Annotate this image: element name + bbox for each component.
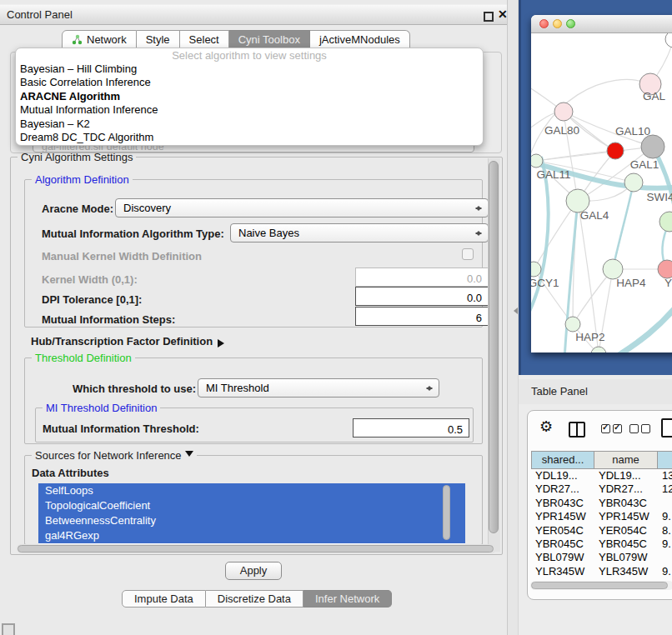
table-row[interactable]: YLR345WYLR345W9. <box>531 565 672 578</box>
mi-type-combobox[interactable]: Naive Bayes <box>230 223 489 242</box>
data-attributes-list[interactable]: SelfLoopsTopologicalCoefficientBetweenne… <box>38 483 465 544</box>
table-hscrollbar-thumb[interactable] <box>531 582 668 589</box>
new-table-icon[interactable] <box>661 418 672 438</box>
gear-icon[interactable]: ⚙ <box>539 419 553 434</box>
aracne-mode-value: Discovery <box>123 202 171 214</box>
table-cell: YDR27... <box>531 482 594 496</box>
network-canvas[interactable]: GALGAL80GAL10GAL11GAL1SWI4GAL4GCY1HAP4YH… <box>531 33 672 352</box>
tab-style[interactable]: Style <box>137 30 180 48</box>
splitter-collapse-icon[interactable] <box>510 308 518 314</box>
node-bottom-green[interactable] <box>591 347 606 352</box>
node-gal11[interactable] <box>531 154 543 168</box>
columns-icon[interactable] <box>569 422 585 438</box>
sources-title[interactable]: Sources for Network Inference <box>32 449 197 462</box>
minimize-traffic-icon[interactable] <box>553 19 562 28</box>
select-all-check-icon[interactable] <box>613 424 622 433</box>
network-window[interactable]: GALGAL80GAL10GAL11GAL1SWI4GAL4GCY1HAP4YH… <box>531 15 672 352</box>
mi-threshold-field[interactable] <box>353 418 469 438</box>
table-row[interactable]: YBL079WYBL079W <box>531 551 672 564</box>
table-row[interactable]: YDR27...YDR27...12 <box>531 482 672 496</box>
algorithm-option-bayesian-k2[interactable]: Bayesian – K2 <box>16 118 483 131</box>
table-row[interactable]: YPR145WYPR145W9. <box>531 510 672 523</box>
attribute-item-topologicalcoefficient[interactable]: TopologicalCoefficient <box>38 498 465 513</box>
panel-tabs: NetworkStyleSelectCyni ToolboxjActiveMNo… <box>62 30 410 48</box>
zoom-traffic-icon[interactable] <box>566 19 575 28</box>
combo-spinner-icon <box>426 382 433 394</box>
settings-hscrollbar-thumb[interactable] <box>18 545 494 552</box>
expand-arrow-icon[interactable] <box>218 339 228 348</box>
algorithm-option-mutual-information-inference[interactable]: Mutual Information Inference <box>16 103 483 117</box>
node-gal10[interactable] <box>641 135 664 158</box>
algorithm-option-basic-correlation-inference[interactable]: Basic Correlation Inference <box>16 76 483 89</box>
deselect-all-icon[interactable] <box>629 424 639 433</box>
screen: Control Panel ✕ NetworkStyleSelectCyni T… <box>0 0 672 635</box>
node-right-green[interactable] <box>659 212 672 232</box>
tab-impute-data[interactable]: Impute Data <box>122 590 206 608</box>
algorithm-dropdown-popup: Select algorithm to view settings Bayesi… <box>15 48 484 146</box>
tab-label: Style <box>146 33 170 46</box>
algorithm-option-aracne-algorithm[interactable]: ARACNE Algorithm <box>16 90 483 103</box>
dropdown-placeholder: Select algorithm to view settings <box>16 48 483 62</box>
network-window-titlebar[interactable] <box>531 15 672 33</box>
node-salmon[interactable] <box>658 260 672 278</box>
tab-cyni-toolbox[interactable]: Cyni Toolbox <box>229 30 310 48</box>
hub-section-label[interactable]: Hub/Transcription Factor Definition <box>31 335 228 348</box>
settings-hscrollbar[interactable] <box>17 544 496 553</box>
attribute-item-gal4rgexp[interactable]: gal4RGexp <box>38 528 465 543</box>
column-header-a[interactable]: A <box>658 451 672 469</box>
node-partial-top[interactable] <box>665 33 672 48</box>
node-label-gal4: GAL4 <box>580 209 609 222</box>
node-red[interactable] <box>607 142 624 159</box>
deselect-all-icon[interactable] <box>641 424 650 433</box>
dpi-tolerance-label: DPI Tolerance [0,1]: <box>42 293 142 306</box>
tab-label: Select <box>189 33 219 46</box>
mi-type-label: Mutual Information Algorithm Type: <box>42 228 224 240</box>
table-header-row: shared...nameA <box>531 451 672 469</box>
aracne-mode-combobox[interactable]: Discovery <box>115 198 489 218</box>
attribute-item-selfloops[interactable]: SelfLoops <box>38 483 465 498</box>
table-row[interactable]: YDL19...YDL19...13 <box>531 469 672 482</box>
panel-splitter[interactable] <box>508 0 519 635</box>
mi-steps-field[interactable] <box>355 307 489 326</box>
dpi-tolerance-field[interactable] <box>355 287 489 306</box>
which-threshold-combobox[interactable]: MI Threshold <box>198 378 439 398</box>
attributes-list-scrollbar[interactable] <box>443 485 450 540</box>
algorithm-option-bayesian-hill-climbing[interactable]: Bayesian – Hill Climbing <box>16 62 483 76</box>
tab-label: Network <box>87 33 127 46</box>
panel-title: Control Panel <box>7 8 73 21</box>
attribute-item-betweennesscentrality[interactable]: BetweennessCentrality <box>38 513 465 528</box>
network-icon <box>72 34 83 45</box>
panel-grip-icon[interactable] <box>2 623 15 635</box>
algorithm-list: Bayesian – Hill ClimbingBasic Correlatio… <box>16 62 483 144</box>
tab-select[interactable]: Select <box>180 30 229 48</box>
manual-kernel-checkbox[interactable] <box>462 248 474 260</box>
tab-infer-network[interactable]: Infer Network <box>303 590 392 608</box>
tab-discretize-data[interactable]: Discretize Data <box>206 590 303 608</box>
algorithm-option-dream8-dc-tdc-algorithm[interactable]: Dream8 DC_TDC Algorithm <box>16 131 483 144</box>
column-header-name[interactable]: name <box>594 451 658 469</box>
table-hscrollbar[interactable] <box>530 581 672 590</box>
table-row[interactable]: YBR043CYBR043C <box>531 497 672 510</box>
node-hap2[interactable] <box>565 317 580 332</box>
node-label-hap4: HAP4 <box>616 277 646 289</box>
apply-button[interactable]: Apply <box>225 562 282 580</box>
table-row[interactable]: YER054CYER054C8. <box>531 524 672 538</box>
kernel-width-field[interactable] <box>355 268 489 287</box>
column-header-shared[interactable]: shared... <box>531 451 594 469</box>
close-traffic-icon[interactable] <box>539 19 549 28</box>
float-window-icon[interactable] <box>484 12 494 22</box>
bottom-tabs: Impute DataDiscretize DataInfer Network <box>122 590 392 608</box>
mi-type-value: Naive Bayes <box>238 227 299 239</box>
tab-jactivemnodules[interactable]: jActiveMNodules <box>310 30 410 48</box>
node-gcy1[interactable] <box>531 262 541 277</box>
select-all-check-icon[interactable] <box>601 424 610 433</box>
node-gal1[interactable] <box>624 173 643 192</box>
node-gal80[interactable] <box>554 102 573 121</box>
table-row[interactable]: YBR045CYBR045C9. <box>531 538 672 551</box>
collapse-arrow-icon[interactable] <box>185 451 193 461</box>
threshold-definition-title: Threshold Definition <box>32 352 135 364</box>
settings-scrollbar-thumb[interactable] <box>489 161 499 533</box>
close-icon[interactable]: ✕ <box>498 8 508 21</box>
tab-network[interactable]: Network <box>62 30 137 48</box>
node-label-y: Y <box>664 277 672 289</box>
